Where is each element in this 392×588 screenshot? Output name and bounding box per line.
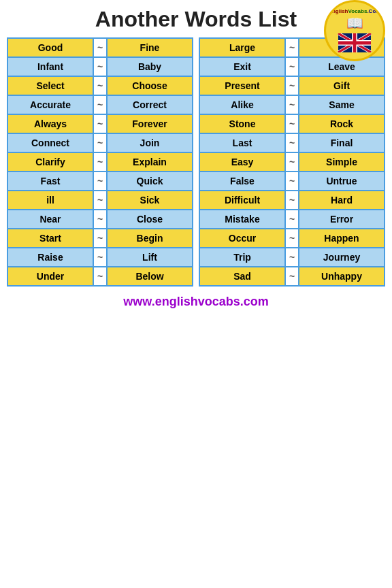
word-cell: Exit [199, 57, 285, 76]
tilde-cell: ~ [93, 229, 107, 248]
table-row: Present ~ Gift [199, 76, 385, 95]
tilde-cell: ~ [285, 114, 299, 133]
synonym-cell: Same [299, 95, 385, 114]
table-row: Infant ~ Baby [7, 57, 193, 76]
word-cell: Under [7, 267, 93, 286]
table-row: Raise ~ Lift [7, 248, 193, 267]
right-table: Large ~ Big Exit ~ Leave Present ~ Gift … [199, 37, 385, 287]
synonym-cell: Baby [107, 57, 193, 76]
synonym-cell: Choose [107, 76, 193, 95]
synonym-cell: Begin [107, 229, 193, 248]
table-row: Occur ~ Happen [199, 229, 385, 248]
synonym-cell: Fine [107, 38, 193, 57]
synonym-cell: Below [107, 267, 193, 286]
table-row: Start ~ Begin [7, 229, 193, 248]
tilde-cell: ~ [93, 248, 107, 267]
table-row: Difficult ~ Hard [199, 191, 385, 210]
synonym-cell: Hard [299, 191, 385, 210]
footer-link[interactable]: www.englishvocabs.com [123, 295, 268, 309]
word-cell: Fast [7, 172, 93, 191]
table-row: ill ~ Sick [7, 191, 193, 210]
synonym-cell: Journey [299, 248, 385, 267]
table-row: Trip ~ Journey [199, 248, 385, 267]
word-cell: Select [7, 76, 93, 95]
synonym-cell: Correct [107, 95, 193, 114]
header: Another Words List EnglishVocabs.Com 📖 [7, 7, 385, 32]
word-cell: False [199, 172, 285, 191]
word-cell: Start [7, 229, 93, 248]
word-cell: Clarify [7, 152, 93, 172]
word-cell: Infant [7, 57, 93, 76]
tilde-cell: ~ [93, 210, 107, 229]
tilde-cell: ~ [285, 191, 299, 210]
synonym-cell: Leave [299, 57, 385, 76]
tilde-cell: ~ [285, 267, 299, 286]
table-row: Sad ~ Unhappy [199, 267, 385, 286]
tilde-cell: ~ [93, 172, 107, 191]
word-cell: Mistake [199, 210, 285, 229]
synonym-cell: Lift [107, 248, 193, 267]
left-table: Good ~ Fine Infant ~ Baby Select ~ Choos… [7, 37, 193, 287]
tilde-cell: ~ [285, 95, 299, 114]
tilde-cell: ~ [285, 248, 299, 267]
table-row: Easy ~ Simple [199, 152, 385, 172]
tilde-cell: ~ [285, 76, 299, 95]
tilde-cell: ~ [93, 95, 107, 114]
word-cell: Always [7, 114, 93, 133]
synonym-cell: Join [107, 133, 193, 152]
synonym-cell: Forever [107, 114, 193, 133]
logo-text: EnglishVocabs.Com [329, 9, 381, 15]
synonym-cell: Close [107, 210, 193, 229]
synonym-cell: Error [299, 210, 385, 229]
synonym-cell: Unhappy [299, 267, 385, 286]
table-row: Alike ~ Same [199, 95, 385, 114]
tilde-cell: ~ [93, 57, 107, 76]
word-cell: Accurate [7, 95, 93, 114]
synonym-cell: Final [299, 133, 385, 152]
word-cell: Good [7, 38, 93, 57]
tilde-cell: ~ [93, 133, 107, 152]
tilde-cell: ~ [93, 191, 107, 210]
synonym-cell: Simple [299, 152, 385, 172]
table-row: Last ~ Final [199, 133, 385, 152]
word-cell: Occur [199, 229, 285, 248]
tilde-cell: ~ [93, 114, 107, 133]
table-row: Connect ~ Join [7, 133, 193, 152]
tilde-cell: ~ [285, 172, 299, 191]
table-row: Under ~ Below [7, 267, 193, 286]
table-row: Clarify ~ Explain [7, 152, 193, 172]
synonym-cell: Gift [299, 76, 385, 95]
word-cell: Sad [199, 267, 285, 286]
word-cell: ill [7, 191, 93, 210]
tilde-cell: ~ [285, 210, 299, 229]
table-row: Stone ~ Rock [199, 114, 385, 133]
table-row: Fast ~ Quick [7, 172, 193, 191]
word-cell: Near [7, 210, 93, 229]
word-cell: Last [199, 133, 285, 152]
tilde-cell: ~ [285, 152, 299, 172]
table-row: False ~ Untrue [199, 172, 385, 191]
word-cell: Raise [7, 248, 93, 267]
word-cell: Alike [199, 95, 285, 114]
uk-flag-icon [338, 33, 372, 52]
synonym-cell: Rock [299, 114, 385, 133]
synonym-cell: Sick [107, 191, 193, 210]
book-icon: 📖 [346, 15, 363, 31]
tilde-cell: ~ [93, 38, 107, 57]
word-cell: Easy [199, 152, 285, 172]
table-row: Good ~ Fine [7, 38, 193, 57]
synonym-cell: Quick [107, 172, 193, 191]
synonym-cell: Explain [107, 152, 193, 172]
logo-badge: EnglishVocabs.Com 📖 [324, 0, 385, 61]
table-row: Mistake ~ Error [199, 210, 385, 229]
word-cell: Trip [199, 248, 285, 267]
synonym-cell: Happen [299, 229, 385, 248]
tilde-cell: ~ [285, 133, 299, 152]
word-cell: Difficult [199, 191, 285, 210]
word-cell: Stone [199, 114, 285, 133]
tilde-cell: ~ [285, 229, 299, 248]
table-row: Near ~ Close [7, 210, 193, 229]
word-cell: Large [199, 38, 285, 57]
tables-container: Good ~ Fine Infant ~ Baby Select ~ Choos… [7, 37, 385, 287]
word-cell: Present [199, 76, 285, 95]
